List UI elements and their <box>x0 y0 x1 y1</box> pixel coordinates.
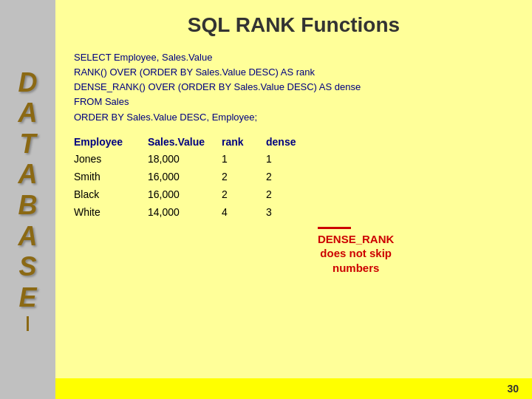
sidebar: D A T A B A S E <box>0 0 55 399</box>
col-header-employee: Employee <box>74 134 148 150</box>
table-cell-0-0: Jones <box>74 150 148 168</box>
table-cell-0-3: 1 <box>266 150 310 168</box>
main-content: SQL RANK Functions SELECT Employee, Sale… <box>55 0 532 399</box>
table-cell-0-1: 18,000 <box>148 150 222 168</box>
sidebar-letters: D A T A B A S E <box>18 68 38 332</box>
sidebar-underline <box>27 316 29 331</box>
table-cell-0-2: 1 <box>222 150 266 168</box>
table-cell-3-1: 14,000 <box>148 203 222 221</box>
page-title: SQL RANK Functions <box>188 13 400 36</box>
sidebar-letter-e: E <box>18 283 36 313</box>
col-header-rank: rank <box>222 134 266 150</box>
col-header-sales: Sales.Value <box>148 134 222 150</box>
annotation-box: DENSE_RANKdoes not skipnumbers <box>318 227 394 276</box>
table-cell-2-3: 2 <box>266 185 310 203</box>
table-cell-2-1: 16,000 <box>148 185 222 203</box>
sidebar-letter-d: D <box>18 68 38 98</box>
sql-line-1: SELECT Employee, Sales.Value <box>74 50 514 65</box>
sidebar-letter-a2: A <box>18 160 38 189</box>
sql-line-5: ORDER BY Sales.Value DESC, Employee; <box>74 110 514 125</box>
table-header-row: Employee Sales.Value rank dense <box>74 134 310 150</box>
data-table-area: Employee Sales.Value rank dense Jones18,… <box>55 134 532 227</box>
sql-line-2: RANK() OVER (ORDER BY Sales.Value DESC) … <box>74 65 514 80</box>
table-cell-3-3: 3 <box>266 203 310 221</box>
sql-line-3: DENSE_RANK() OVER (ORDER BY Sales.Value … <box>74 80 514 95</box>
table-cell-3-2: 4 <box>222 203 266 221</box>
table-cell-1-0: Smith <box>74 168 148 185</box>
table-cell-1-1: 16,000 <box>148 168 222 185</box>
table-row: Black16,00022 <box>74 185 310 203</box>
annotation-area: DENSE_RANKdoes not skipnumbers <box>55 227 532 276</box>
annotation-text: DENSE_RANKdoes not skipnumbers <box>318 232 394 276</box>
table-cell-1-3: 2 <box>266 168 310 185</box>
table-cell-2-2: 2 <box>222 185 266 203</box>
bottom-bar: 30 <box>55 378 532 399</box>
page-number: 30 <box>507 383 519 395</box>
title-bar: SQL RANK Functions <box>55 0 532 44</box>
sidebar-letter-a3: A <box>18 222 38 251</box>
sidebar-letter-b: B <box>18 191 38 220</box>
rank-table: Employee Sales.Value rank dense Jones18,… <box>74 134 310 221</box>
sidebar-letter-s: S <box>18 252 36 282</box>
table-row: Smith16,00022 <box>74 168 310 185</box>
table-row: Jones18,00011 <box>74 150 310 168</box>
table-cell-1-2: 2 <box>222 168 266 185</box>
col-header-dense: dense <box>266 134 310 150</box>
sql-line-4: FROM Sales <box>74 95 514 109</box>
table-cell-3-0: White <box>74 203 148 221</box>
sql-code-block: SELECT Employee, Sales.Value RANK() OVER… <box>55 44 532 134</box>
table-cell-2-0: Black <box>74 185 148 203</box>
arrow-line <box>318 227 351 229</box>
sidebar-letter-a1: A <box>18 98 38 128</box>
sidebar-letter-t: T <box>20 129 36 159</box>
table-row: White14,00043 <box>74 203 310 221</box>
